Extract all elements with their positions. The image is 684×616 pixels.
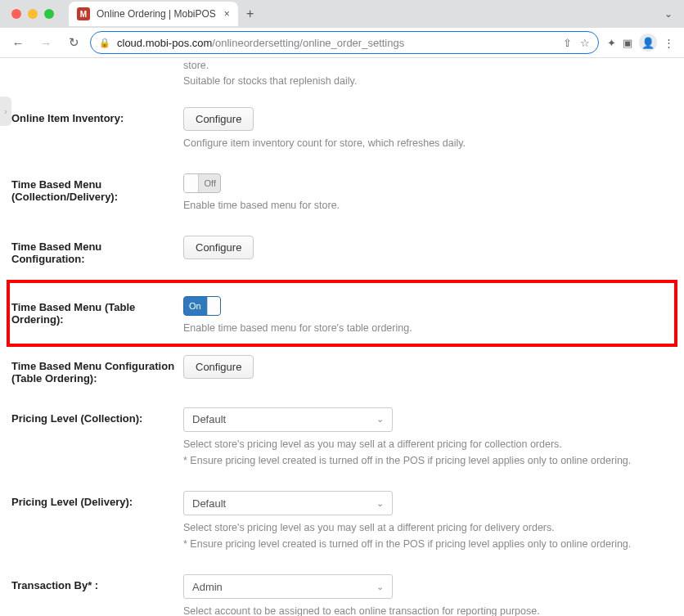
bookmark-star-icon[interactable]: ☆ [580,37,590,49]
row-transaction-by: Transaction By* : Admin ⌄ Select account… [11,566,673,616]
row-tbm-collection-delivery: Time Based Menu (Collection/Delivery): O… [11,165,673,227]
nav-reload-button[interactable]: ↻ [62,31,85,54]
select-transaction-by-value: Admin [192,581,223,593]
chevron-down-icon: ⌄ [376,498,384,509]
row-tbm-table-configuration: Time Based Menu Configuration (Table Ord… [11,347,673,399]
profile-avatar-button[interactable]: 👤 [639,34,657,52]
label-transaction-by: Transaction By* : [11,574,183,616]
nav-forward-button[interactable]: → [34,31,57,54]
chevron-down-icon: ⌄ [376,582,384,592]
tab-strip: M Online Ordering | MobiPOS × + ⌄ [0,0,684,28]
browser-tab[interactable]: M Online Ordering | MobiPOS × [69,2,238,26]
browser-toolbar: ← → ↻ 🔒 cloud.mobi-pos.com/onlineorderse… [0,28,684,57]
label-online-item-inventory: Online Item Inventory: [11,107,183,151]
sidebar-expand-handle[interactable]: › [0,97,11,126]
window-close-button[interactable] [11,9,21,19]
tab-close-button[interactable]: × [216,8,230,20]
prelude-row: store. Suitable for stocks that replenis… [11,58,673,99]
prelude-text-line1: store. [183,58,673,74]
tab-title: Online Ordering | MobiPOS [97,8,216,20]
select-transaction-by[interactable]: Admin ⌄ [183,574,393,599]
highlighted-section: Time Based Menu (Table Ordering): On Ena… [7,280,677,347]
help-pricing-collection-1: Select store's pricing level as you may … [183,437,673,452]
label-pricing-delivery: Pricing Level (Delivery): [11,491,183,551]
url-host: cloud.mobi-pos.com [117,37,212,49]
settings-content: store. Suitable for stocks that replenis… [0,58,684,616]
select-pricing-collection[interactable]: Default ⌄ [183,407,393,432]
label-tbm-table-ordering: Time Based Menu (Table Ordering): [11,296,183,335]
help-tbm-table-ordering: Enable time based menu for store's table… [183,321,673,335]
configure-tbm-table-button[interactable]: Configure [183,355,254,379]
chevron-down-icon: ⌄ [376,414,384,425]
lock-icon: 🔒 [99,38,110,48]
help-online-item-inventory: Configure item inventory count for store… [183,136,673,151]
label-pricing-collection: Pricing Level (Collection): [11,407,183,468]
configure-tbm-button[interactable]: Configure [183,236,254,259]
label-tbm-collection-delivery: Time Based Menu (Collection/Delivery): [11,173,183,213]
row-pricing-delivery: Pricing Level (Delivery): Default ⌄ Sele… [11,483,673,566]
row-tbm-table-ordering: Time Based Menu (Table Ordering): On Ena… [11,288,673,342]
prelude-text-line2: Suitable for stocks that replenish daily… [183,74,673,89]
row-pricing-collection: Pricing Level (Collection): Default ⌄ Se… [11,399,673,483]
select-pricing-delivery-value: Default [192,497,226,510]
extensions-icon[interactable]: ✦ [607,37,616,49]
window-maximize-button[interactable] [44,9,54,19]
label-tbm-configuration: Time Based Menu Configuration: [11,236,183,265]
tabs-dropdown-button[interactable]: ⌄ [664,8,673,20]
favicon-icon: M [77,7,90,20]
new-tab-button[interactable]: + [246,7,254,21]
nav-back-button[interactable]: ← [7,31,29,54]
help-pricing-delivery-2: * Ensure pricing level created is turned… [183,537,673,551]
row-online-item-inventory: Online Item Inventory: Configure Configu… [11,99,673,165]
select-pricing-collection-value: Default [192,413,226,425]
window-controls [8,9,57,19]
toggle-tbm-cd-text: Off [205,178,220,188]
configure-inventory-button[interactable]: Configure [183,107,254,131]
browser-chrome: M Online Ordering | MobiPOS × + ⌄ ← → ↻ … [0,0,684,58]
url-path: /onlineordersetting/online_order_setting… [212,37,404,49]
row-tbm-configuration: Time Based Menu Configuration: Configure [11,227,673,280]
window-minimize-button[interactable] [28,9,38,19]
share-icon[interactable]: ⇧ [563,37,572,49]
toggle-tbm-table-ordering[interactable]: On [183,296,221,316]
browser-menu-button[interactable]: ⋮ [664,37,674,49]
toggle-tbm-table-text: On [184,301,201,311]
toggle-tbm-collection-delivery[interactable]: Off [183,173,221,193]
label-tbm-table-configuration: Time Based Menu Configuration (Table Ord… [11,355,183,384]
help-tbm-collection-delivery: Enable time based menu for store. [183,198,673,213]
select-pricing-delivery[interactable]: Default ⌄ [183,491,393,515]
help-transaction-by: Select account to be assigned to each on… [183,604,673,616]
help-pricing-collection-2: * Ensure pricing level created is turned… [183,453,673,468]
address-bar[interactable]: 🔒 cloud.mobi-pos.com/onlineordersetting/… [90,31,599,54]
side-panel-icon[interactable]: ▣ [623,37,632,49]
help-pricing-delivery-1: Select store's pricing level as you may … [183,520,673,535]
